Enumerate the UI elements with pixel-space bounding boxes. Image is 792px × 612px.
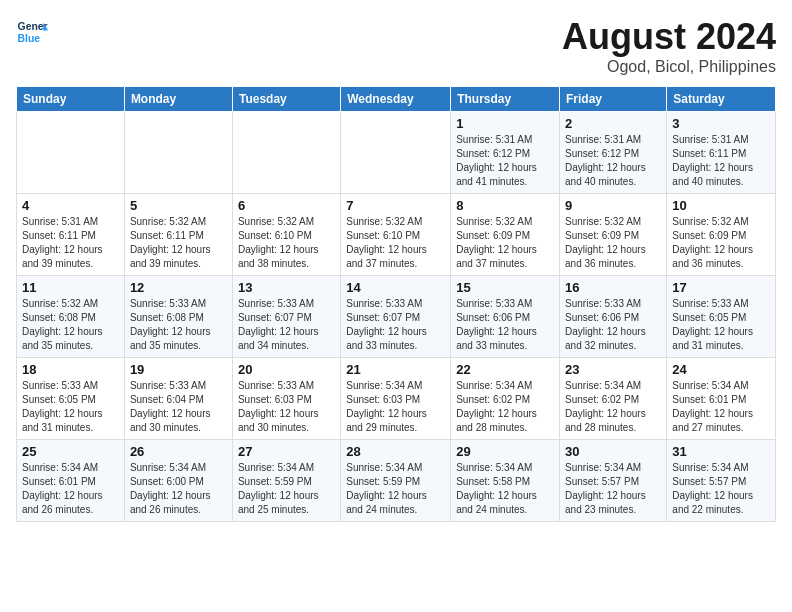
day-number: 25: [22, 444, 119, 459]
day-number: 6: [238, 198, 335, 213]
day-cell: 31Sunrise: 5:34 AMSunset: 5:57 PMDayligh…: [667, 440, 776, 522]
day-number: 10: [672, 198, 770, 213]
day-number: 4: [22, 198, 119, 213]
day-info: Sunrise: 5:33 AMSunset: 6:07 PMDaylight:…: [238, 297, 335, 353]
day-number: 22: [456, 362, 554, 377]
day-info: Sunrise: 5:33 AMSunset: 6:04 PMDaylight:…: [130, 379, 227, 435]
week-row-4: 18Sunrise: 5:33 AMSunset: 6:05 PMDayligh…: [17, 358, 776, 440]
day-cell: 18Sunrise: 5:33 AMSunset: 6:05 PMDayligh…: [17, 358, 125, 440]
day-cell: 13Sunrise: 5:33 AMSunset: 6:07 PMDayligh…: [232, 276, 340, 358]
day-info: Sunrise: 5:33 AMSunset: 6:05 PMDaylight:…: [672, 297, 770, 353]
day-info: Sunrise: 5:33 AMSunset: 6:07 PMDaylight:…: [346, 297, 445, 353]
page-header: General Blue August 2024 Ogod, Bicol, Ph…: [16, 16, 776, 76]
page-title: August 2024: [562, 16, 776, 58]
header-day-thursday: Thursday: [451, 87, 560, 112]
day-number: 9: [565, 198, 661, 213]
day-info: Sunrise: 5:34 AMSunset: 6:02 PMDaylight:…: [565, 379, 661, 435]
day-cell: 26Sunrise: 5:34 AMSunset: 6:00 PMDayligh…: [124, 440, 232, 522]
day-cell: [232, 112, 340, 194]
day-info: Sunrise: 5:32 AMSunset: 6:10 PMDaylight:…: [346, 215, 445, 271]
day-number: 15: [456, 280, 554, 295]
day-info: Sunrise: 5:33 AMSunset: 6:03 PMDaylight:…: [238, 379, 335, 435]
day-info: Sunrise: 5:33 AMSunset: 6:06 PMDaylight:…: [565, 297, 661, 353]
day-cell: 8Sunrise: 5:32 AMSunset: 6:09 PMDaylight…: [451, 194, 560, 276]
day-number: 27: [238, 444, 335, 459]
day-number: 17: [672, 280, 770, 295]
header-day-wednesday: Wednesday: [341, 87, 451, 112]
week-row-3: 11Sunrise: 5:32 AMSunset: 6:08 PMDayligh…: [17, 276, 776, 358]
day-cell: 25Sunrise: 5:34 AMSunset: 6:01 PMDayligh…: [17, 440, 125, 522]
header-day-sunday: Sunday: [17, 87, 125, 112]
day-cell: 20Sunrise: 5:33 AMSunset: 6:03 PMDayligh…: [232, 358, 340, 440]
day-info: Sunrise: 5:32 AMSunset: 6:11 PMDaylight:…: [130, 215, 227, 271]
day-number: 1: [456, 116, 554, 131]
day-number: 26: [130, 444, 227, 459]
week-row-1: 1Sunrise: 5:31 AMSunset: 6:12 PMDaylight…: [17, 112, 776, 194]
day-number: 5: [130, 198, 227, 213]
day-cell: 23Sunrise: 5:34 AMSunset: 6:02 PMDayligh…: [560, 358, 667, 440]
day-cell: 28Sunrise: 5:34 AMSunset: 5:59 PMDayligh…: [341, 440, 451, 522]
header-day-monday: Monday: [124, 87, 232, 112]
day-cell: 10Sunrise: 5:32 AMSunset: 6:09 PMDayligh…: [667, 194, 776, 276]
header-row: SundayMondayTuesdayWednesdayThursdayFrid…: [17, 87, 776, 112]
day-cell: 5Sunrise: 5:32 AMSunset: 6:11 PMDaylight…: [124, 194, 232, 276]
day-info: Sunrise: 5:31 AMSunset: 6:11 PMDaylight:…: [22, 215, 119, 271]
day-info: Sunrise: 5:32 AMSunset: 6:10 PMDaylight:…: [238, 215, 335, 271]
day-number: 11: [22, 280, 119, 295]
day-cell: 6Sunrise: 5:32 AMSunset: 6:10 PMDaylight…: [232, 194, 340, 276]
day-number: 19: [130, 362, 227, 377]
svg-text:Blue: Blue: [18, 33, 41, 44]
day-cell: [17, 112, 125, 194]
day-cell: 17Sunrise: 5:33 AMSunset: 6:05 PMDayligh…: [667, 276, 776, 358]
day-cell: 12Sunrise: 5:33 AMSunset: 6:08 PMDayligh…: [124, 276, 232, 358]
day-number: 28: [346, 444, 445, 459]
day-info: Sunrise: 5:31 AMSunset: 6:12 PMDaylight:…: [565, 133, 661, 189]
day-cell: 3Sunrise: 5:31 AMSunset: 6:11 PMDaylight…: [667, 112, 776, 194]
day-info: Sunrise: 5:32 AMSunset: 6:08 PMDaylight:…: [22, 297, 119, 353]
day-info: Sunrise: 5:33 AMSunset: 6:05 PMDaylight:…: [22, 379, 119, 435]
day-info: Sunrise: 5:33 AMSunset: 6:08 PMDaylight:…: [130, 297, 227, 353]
day-number: 8: [456, 198, 554, 213]
day-number: 23: [565, 362, 661, 377]
calendar-table: SundayMondayTuesdayWednesdayThursdayFrid…: [16, 86, 776, 522]
logo: General Blue: [16, 16, 48, 48]
day-info: Sunrise: 5:34 AMSunset: 6:01 PMDaylight:…: [672, 379, 770, 435]
day-number: 24: [672, 362, 770, 377]
day-cell: 4Sunrise: 5:31 AMSunset: 6:11 PMDaylight…: [17, 194, 125, 276]
day-info: Sunrise: 5:34 AMSunset: 5:59 PMDaylight:…: [238, 461, 335, 517]
day-number: 18: [22, 362, 119, 377]
logo-icon: General Blue: [16, 16, 48, 48]
day-cell: 1Sunrise: 5:31 AMSunset: 6:12 PMDaylight…: [451, 112, 560, 194]
day-info: Sunrise: 5:34 AMSunset: 6:02 PMDaylight:…: [456, 379, 554, 435]
day-cell: 16Sunrise: 5:33 AMSunset: 6:06 PMDayligh…: [560, 276, 667, 358]
day-info: Sunrise: 5:32 AMSunset: 6:09 PMDaylight:…: [672, 215, 770, 271]
day-cell: 29Sunrise: 5:34 AMSunset: 5:58 PMDayligh…: [451, 440, 560, 522]
day-cell: 24Sunrise: 5:34 AMSunset: 6:01 PMDayligh…: [667, 358, 776, 440]
day-info: Sunrise: 5:31 AMSunset: 6:12 PMDaylight:…: [456, 133, 554, 189]
day-cell: 21Sunrise: 5:34 AMSunset: 6:03 PMDayligh…: [341, 358, 451, 440]
day-info: Sunrise: 5:34 AMSunset: 6:01 PMDaylight:…: [22, 461, 119, 517]
header-day-friday: Friday: [560, 87, 667, 112]
day-info: Sunrise: 5:31 AMSunset: 6:11 PMDaylight:…: [672, 133, 770, 189]
day-info: Sunrise: 5:32 AMSunset: 6:09 PMDaylight:…: [456, 215, 554, 271]
header-day-saturday: Saturday: [667, 87, 776, 112]
page-subtitle: Ogod, Bicol, Philippines: [562, 58, 776, 76]
day-info: Sunrise: 5:34 AMSunset: 5:59 PMDaylight:…: [346, 461, 445, 517]
day-number: 30: [565, 444, 661, 459]
day-cell: 2Sunrise: 5:31 AMSunset: 6:12 PMDaylight…: [560, 112, 667, 194]
day-number: 31: [672, 444, 770, 459]
day-cell: 22Sunrise: 5:34 AMSunset: 6:02 PMDayligh…: [451, 358, 560, 440]
day-cell: 11Sunrise: 5:32 AMSunset: 6:08 PMDayligh…: [17, 276, 125, 358]
day-info: Sunrise: 5:34 AMSunset: 5:58 PMDaylight:…: [456, 461, 554, 517]
day-number: 7: [346, 198, 445, 213]
day-info: Sunrise: 5:34 AMSunset: 5:57 PMDaylight:…: [565, 461, 661, 517]
day-info: Sunrise: 5:32 AMSunset: 6:09 PMDaylight:…: [565, 215, 661, 271]
day-cell: [341, 112, 451, 194]
day-number: 13: [238, 280, 335, 295]
day-number: 14: [346, 280, 445, 295]
day-number: 29: [456, 444, 554, 459]
day-cell: [124, 112, 232, 194]
day-info: Sunrise: 5:34 AMSunset: 6:03 PMDaylight:…: [346, 379, 445, 435]
day-info: Sunrise: 5:34 AMSunset: 6:00 PMDaylight:…: [130, 461, 227, 517]
day-number: 20: [238, 362, 335, 377]
